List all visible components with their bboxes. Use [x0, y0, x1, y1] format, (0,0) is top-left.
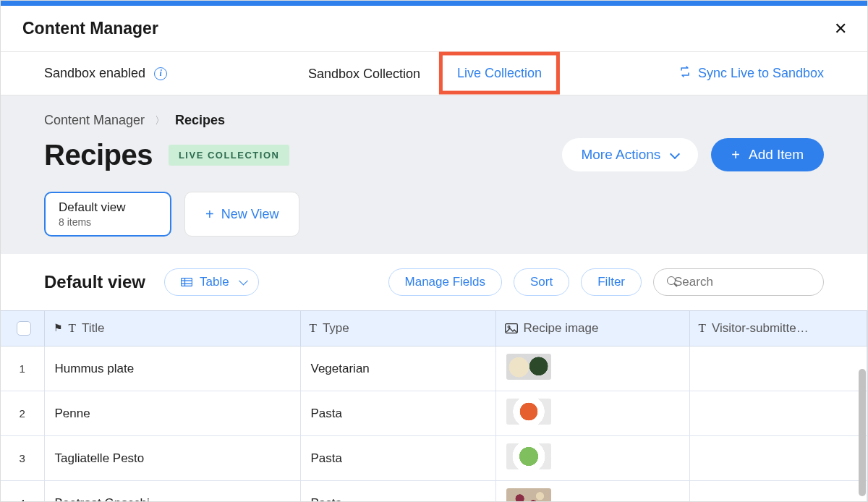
recipe-thumbnail	[506, 488, 551, 501]
search-input[interactable]	[674, 275, 827, 289]
page-title: Recipes	[44, 139, 153, 171]
current-view-heading: Default view	[44, 272, 145, 292]
cell-visitor-submitted[interactable]	[689, 346, 867, 391]
sandbox-status: Sandbox enabled i	[44, 66, 167, 81]
cell-title[interactable]: Penne	[44, 391, 300, 436]
plus-icon: +	[205, 207, 214, 221]
cell-type[interactable]: Pasta	[300, 436, 495, 481]
content-area: Content Manager 〉 Recipes Recipes LIVE C…	[1, 95, 867, 501]
table-toolbar: Default view Table Manage Field	[1, 254, 867, 310]
add-item-label: Add Item	[749, 147, 804, 163]
cell-visitor-submitted[interactable]	[689, 481, 867, 502]
cell-type[interactable]: Pasta	[300, 391, 495, 436]
window-chrome-bar	[1, 1, 867, 6]
tab-sandbox-collection[interactable]: Sandbox Collection	[308, 66, 420, 81]
row-index: 1	[1, 346, 44, 391]
cell-visitor-submitted[interactable]	[689, 436, 867, 481]
table-row[interactable]: 3Tagliatelle PestoPasta	[1, 436, 867, 481]
cell-visitor-submitted[interactable]	[689, 391, 867, 436]
column-header-title[interactable]: ⚑ T Title	[44, 311, 300, 346]
search-field[interactable]	[653, 268, 824, 296]
recipe-thumbnail	[506, 399, 551, 425]
recipe-thumbnail	[506, 443, 551, 469]
sandbox-status-label: Sandbox enabled	[44, 66, 145, 81]
layout-select[interactable]: Table	[164, 268, 259, 296]
more-actions-button[interactable]: More Actions	[562, 138, 698, 171]
view-selector-row: Default view 8 items + New View	[1, 171, 867, 254]
cell-type[interactable]: Vegetarian	[300, 346, 495, 391]
layout-select-label: Table	[200, 275, 229, 289]
text-type-icon: T	[69, 321, 76, 336]
view-chip-name: Default view	[59, 200, 156, 215]
sort-button[interactable]: Sort	[514, 268, 569, 296]
select-all-checkbox[interactable]	[17, 321, 31, 336]
breadcrumb: Content Manager 〉 Recipes	[1, 113, 867, 128]
collection-mode-bar: Sandbox enabled i Sandbox Collection Liv…	[1, 52, 867, 95]
text-type-icon: T	[699, 321, 706, 336]
svg-point-5	[508, 326, 510, 328]
filter-button[interactable]: Filter	[581, 268, 642, 296]
collection-tabs: Sandbox Collection Live Collection	[308, 53, 560, 94]
view-chip-default[interactable]: Default view 8 items	[44, 192, 171, 237]
close-icon[interactable]: ✕	[834, 20, 847, 38]
pin-icon: ⚑	[54, 322, 63, 333]
column-header-type[interactable]: T Type	[300, 311, 495, 346]
table-row[interactable]: 4Beetroot GnocchiPasta	[1, 481, 867, 502]
sync-label: Sync Live to Sandbox	[698, 66, 824, 81]
breadcrumb-root[interactable]: Content Manager	[44, 113, 145, 128]
info-icon[interactable]: i	[154, 67, 167, 80]
svg-rect-0	[182, 278, 192, 286]
new-view-button[interactable]: + New View	[184, 192, 299, 237]
new-view-label: New View	[221, 207, 279, 222]
recipe-thumbnail	[506, 354, 551, 380]
plus-icon: +	[731, 148, 740, 162]
scrollbar-vertical[interactable]	[859, 369, 866, 496]
text-type-icon: T	[310, 321, 317, 336]
column-header-recipe-image[interactable]: Recipe image	[495, 311, 689, 346]
cell-recipe-image[interactable]	[495, 436, 689, 481]
cell-recipe-image[interactable]	[495, 481, 689, 502]
cell-type[interactable]: Pasta	[300, 481, 495, 502]
table-row[interactable]: 2PennePasta	[1, 391, 867, 436]
chevron-down-icon	[671, 150, 679, 159]
tab-live-collection[interactable]: Live Collection	[457, 65, 542, 80]
table-icon	[181, 278, 192, 286]
row-index: 3	[1, 436, 44, 481]
column-header-select	[1, 311, 44, 346]
manage-fields-button[interactable]: Manage Fields	[388, 268, 503, 296]
cell-title[interactable]: Tagliatelle Pesto	[44, 436, 300, 481]
sync-icon	[679, 66, 691, 81]
table-row[interactable]: 1Hummus plateVegetarian	[1, 346, 867, 391]
more-actions-label: More Actions	[581, 147, 660, 163]
cell-title[interactable]: Beetroot Gnocchi	[44, 481, 300, 502]
image-type-icon	[505, 323, 518, 333]
column-header-visitor-submitted[interactable]: T Visitor-submitte…	[689, 311, 867, 346]
table-card: Default view Table Manage Field	[1, 254, 867, 501]
tutorial-highlight: Live Collection	[439, 51, 560, 94]
app-title: Content Manager	[22, 19, 158, 38]
view-chip-count: 8 items	[59, 216, 156, 228]
cell-recipe-image[interactable]	[495, 391, 689, 436]
row-index: 2	[1, 391, 44, 436]
app-header: Content Manager ✕	[1, 6, 867, 52]
cell-title[interactable]: Hummus plate	[44, 346, 300, 391]
data-table: ⚑ T Title T Type	[1, 310, 867, 501]
chevron-right-icon: 〉	[155, 114, 165, 127]
live-collection-badge: LIVE COLLECTION	[169, 145, 290, 166]
sync-button[interactable]: Sync Live to Sandbox	[679, 66, 824, 81]
page-header: Recipes LIVE COLLECTION More Actions + A…	[1, 128, 867, 171]
cell-recipe-image[interactable]	[495, 346, 689, 391]
row-index: 4	[1, 481, 44, 502]
add-item-button[interactable]: + Add Item	[711, 138, 824, 171]
breadcrumb-current: Recipes	[175, 113, 225, 128]
